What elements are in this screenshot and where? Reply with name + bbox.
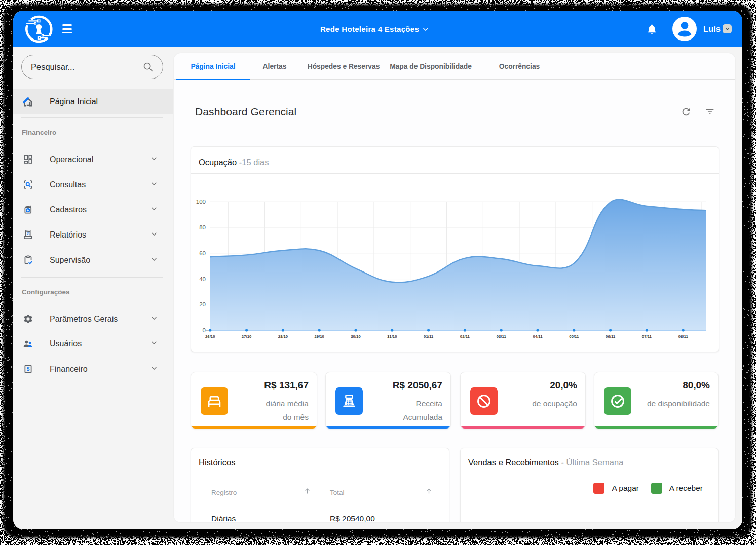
- svg-text:01/11: 01/11: [424, 334, 434, 339]
- svg-text:100: 100: [196, 199, 206, 205]
- svg-text:0: 0: [203, 327, 206, 333]
- svg-text:20: 20: [199, 301, 206, 307]
- svg-text:28/10: 28/10: [278, 334, 288, 339]
- svg-text:80: 80: [199, 224, 206, 230]
- svg-text:26/10: 26/10: [205, 334, 215, 339]
- svg-text:08/11: 08/11: [678, 334, 689, 339]
- svg-text:05/11: 05/11: [569, 334, 579, 339]
- svg-text:31/10: 31/10: [387, 334, 397, 339]
- svg-text:$: $: [26, 366, 29, 372]
- svg-text:07/11: 07/11: [642, 334, 652, 339]
- svg-text:29/10: 29/10: [314, 334, 324, 339]
- svg-text:27/10: 27/10: [242, 334, 252, 339]
- svg-text:30/10: 30/10: [351, 334, 361, 339]
- svg-text:40: 40: [199, 276, 206, 282]
- svg-text:06/11: 06/11: [606, 334, 616, 339]
- svg-text:02/11: 02/11: [460, 334, 470, 339]
- svg-text:60: 60: [199, 250, 206, 256]
- svg-text:04/11: 04/11: [533, 334, 543, 339]
- svg-text:03/11: 03/11: [497, 334, 507, 339]
